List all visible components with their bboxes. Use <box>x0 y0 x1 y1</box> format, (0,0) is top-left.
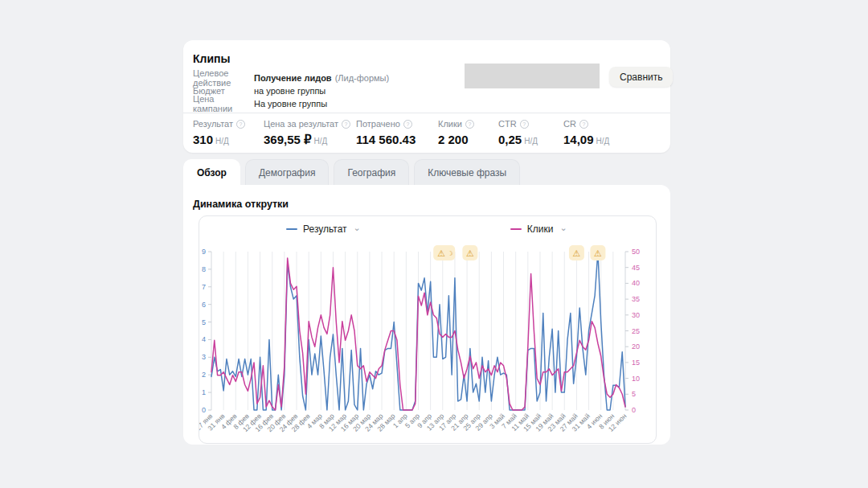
tabs: ОбзорДемографияГеографияКлючевые фразы <box>183 159 520 185</box>
warning-triangle-icon[interactable]: ⚠ <box>572 248 580 259</box>
left-axis-tick-label: 5 <box>202 318 206 326</box>
right-axis-tick-label: 35 <box>632 295 640 303</box>
stat-value: 114 560.43 <box>356 133 438 146</box>
help-icon[interactable]: ? <box>236 120 245 129</box>
left-axis-tick-label: 6 <box>202 301 206 309</box>
stat-value: 369,55 ₽Н/Д <box>264 133 356 147</box>
stat-label-text: CTR <box>498 119 517 129</box>
left-axis-tick-label: 7 <box>202 283 206 291</box>
chevron-down-icon: ⌄ <box>559 223 567 233</box>
stat-value: 0,25Н/Д <box>498 133 563 146</box>
chart-legend: Результат⌄Клики⌄ <box>199 216 656 242</box>
stat-value: 2 200 <box>438 133 498 146</box>
date-range-input-redacted[interactable] <box>465 64 600 88</box>
stat-column: Потрачено?114 560.43 <box>356 119 438 147</box>
legend-label: Клики <box>527 223 554 235</box>
stat-value-number: 2 200 <box>438 133 469 146</box>
left-axis-tick-label: 8 <box>202 265 206 273</box>
legend-label: Результат <box>303 223 347 235</box>
help-icon[interactable]: ? <box>520 120 529 129</box>
stat-value-number: 369,55 ₽ <box>264 133 312 146</box>
stat-value-number: 14,09 <box>563 133 594 146</box>
chart-section-title: Динамика открутки <box>193 199 289 210</box>
stat-value: 310Н/Д <box>193 133 264 146</box>
compare-button[interactable]: Сравнить <box>609 67 673 87</box>
stat-column: CR?14,09Н/Д <box>563 119 661 147</box>
stat-value-number: 310 <box>193 133 213 146</box>
card-divider <box>183 113 670 113</box>
legend-line-swatch <box>510 228 522 231</box>
chart-panel: Результат⌄Клики⌄ 27 янв31 янв4 фев8 фев1… <box>199 215 657 444</box>
campaign-info-row: Целевое действиеПолучение лидов(Лид-форм… <box>193 72 389 84</box>
campaign-title: Клипы <box>193 52 230 65</box>
info-value-note: (Лид-формы) <box>335 73 390 83</box>
warning-triangle-icon[interactable]: ⚠ <box>437 248 445 259</box>
left-axis-tick-label: 4 <box>202 335 206 343</box>
stat-label-text: CR <box>563 119 576 129</box>
help-icon[interactable]: ? <box>465 120 474 129</box>
campaign-summary-card: Клипы Целевое действиеПолучение лидов(Ли… <box>183 40 670 153</box>
right-axis-tick-label: 5 <box>632 390 636 398</box>
legend-line-swatch <box>286 228 297 231</box>
stat-label: Результат? <box>193 119 264 129</box>
tab-демография[interactable]: Демография <box>245 159 330 185</box>
legend-item-clicks[interactable]: Клики⌄ <box>510 223 567 235</box>
crescent-icon[interactable]: ☽ <box>448 250 453 257</box>
right-axis-tick-label: 10 <box>632 375 640 383</box>
info-label: Целевое действие <box>193 68 254 88</box>
legend-item-result[interactable]: Результат⌄ <box>286 223 361 235</box>
stat-value-suffix: Н/Д <box>596 137 610 146</box>
stat-value-suffix: Н/Д <box>314 137 328 146</box>
stat-value: 14,09Н/Д <box>563 133 661 146</box>
left-axis-tick-label: 1 <box>202 388 206 396</box>
stat-column: Клики?2 200 <box>438 119 498 147</box>
stat-label: Потрачено? <box>356 119 438 129</box>
chevron-down-icon: ⌄ <box>354 223 361 233</box>
stat-label: Цена за результат? <box>264 119 356 129</box>
right-axis-tick-label: 15 <box>632 359 640 367</box>
warning-triangle-icon[interactable]: ⚠ <box>594 248 602 259</box>
campaign-info-row: Цена кампанииНа уровне группы <box>193 97 389 110</box>
stat-value-suffix: Н/Д <box>524 137 538 146</box>
stat-label: CR? <box>563 119 661 129</box>
left-axis-tick-label: 0 <box>202 406 206 414</box>
overview-card: Динамика открутки Результат⌄Клики⌄ 27 ян… <box>183 185 670 445</box>
tab-география[interactable]: География <box>334 159 409 185</box>
stat-label-text: Клики <box>438 119 462 129</box>
stat-label: Клики? <box>438 119 498 129</box>
chart-svg: 27 янв31 янв4 фев8 фев12 фев16 фев20 фев… <box>199 242 656 444</box>
right-axis-tick-label: 45 <box>632 264 640 272</box>
left-axis-tick-label: 3 <box>202 353 206 361</box>
stat-value-suffix: Н/Д <box>215 137 229 146</box>
stat-value-number: 0,25 <box>498 133 522 146</box>
tab-обзор[interactable]: Обзор <box>183 159 240 185</box>
right-axis-tick-label: 0 <box>632 406 636 414</box>
info-value: Получение лидов <box>254 73 332 83</box>
help-icon[interactable]: ? <box>579 120 588 129</box>
page-background: Клипы Целевое действиеПолучение лидов(Ли… <box>0 0 868 488</box>
right-axis-tick-label: 30 <box>632 311 640 319</box>
stat-column: CTR?0,25Н/Д <box>498 119 563 147</box>
info-value: На уровне группы <box>254 99 327 109</box>
stats-row: Результат?310Н/ДЦена за результат?369,55… <box>193 119 661 147</box>
stat-value-number: 114 560.43 <box>356 133 416 146</box>
warning-triangle-icon[interactable]: ⚠ <box>466 248 474 259</box>
right-axis-tick-label: 50 <box>632 248 640 256</box>
right-axis-tick-label: 40 <box>632 279 640 287</box>
info-label: Цена кампании <box>193 94 254 113</box>
right-axis-tick-label: 20 <box>632 342 640 351</box>
stat-label-text: Цена за результат <box>264 119 338 129</box>
left-axis-tick-label: 9 <box>202 248 206 256</box>
tab-ключевые-фразы[interactable]: Ключевые фразы <box>414 159 520 185</box>
stat-label-text: Потрачено <box>356 119 400 129</box>
help-icon[interactable]: ? <box>342 120 350 129</box>
stat-label-text: Результат <box>193 119 233 129</box>
stat-column: Результат?310Н/Д <box>193 119 264 147</box>
campaign-info-rows: Целевое действиеПолучение лидов(Лид-форм… <box>193 72 389 110</box>
right-axis-tick-label: 25 <box>632 327 640 335</box>
help-icon[interactable]: ? <box>403 120 412 129</box>
info-value: на уровне группы <box>254 86 326 96</box>
stat-column: Цена за результат?369,55 ₽Н/Д <box>264 119 356 147</box>
left-axis-tick-label: 2 <box>202 371 206 379</box>
stat-label: CTR? <box>498 119 563 129</box>
